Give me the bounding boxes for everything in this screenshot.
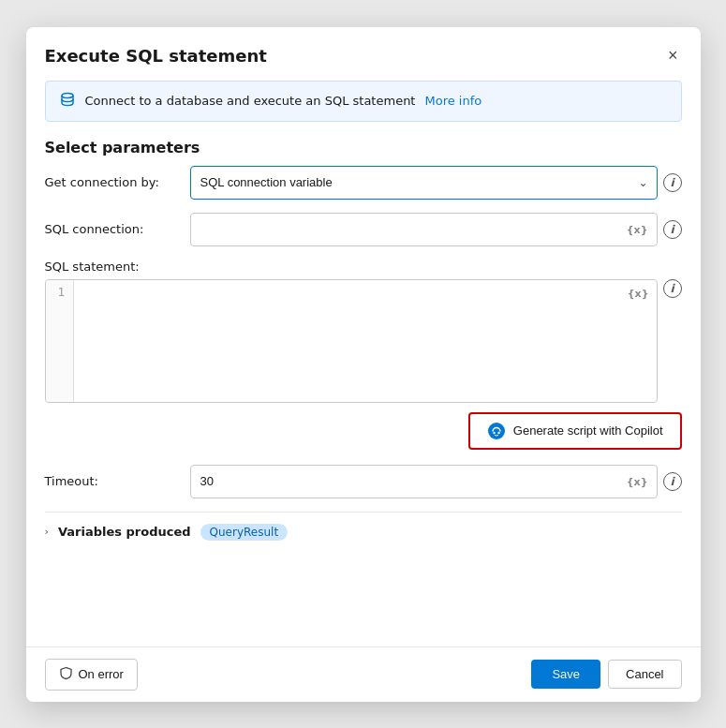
sql-editor-row: 1 {x} i [45, 279, 682, 403]
copilot-icon [487, 422, 506, 440]
line-numbers: 1 [46, 280, 74, 402]
svg-point-2 [493, 431, 495, 433]
database-icon [59, 91, 76, 111]
sql-statement-info-icon[interactable]: i [663, 279, 682, 298]
close-button[interactable]: × [664, 42, 682, 69]
connection-by-control: SQL connection variable Connection strin… [190, 166, 682, 200]
banner-text: Connect to a database and execute an SQL… [85, 94, 416, 108]
sql-connection-input[interactable] [190, 213, 658, 246]
connection-by-select[interactable]: SQL connection variable Connection strin… [190, 166, 658, 200]
svg-point-1 [488, 423, 505, 439]
info-banner: Connect to a database and execute an SQL… [45, 81, 682, 122]
timeout-row: Timeout: {x} i [45, 465, 682, 498]
dialog-footer: On error Save Cancel [26, 646, 701, 702]
dialog-header: Execute SQL statement × [26, 27, 701, 81]
sql-connection-row: SQL connection: {x} i [45, 213, 682, 246]
timeout-label: Timeout: [45, 474, 181, 488]
connection-by-row: Get connection by: SQL connection variab… [45, 166, 682, 200]
svg-point-3 [497, 431, 499, 433]
save-button[interactable]: Save [531, 660, 600, 689]
variables-chevron-icon[interactable]: › [45, 526, 49, 538]
timeout-info-icon[interactable]: i [663, 472, 682, 491]
on-error-label: On error [79, 667, 124, 681]
execute-sql-dialog: Execute SQL statement × Connect to a dat… [26, 27, 701, 702]
sql-textarea[interactable] [74, 280, 657, 402]
var-icon-sql: {x} [628, 288, 649, 300]
query-result-badge: QueryResult [200, 524, 289, 541]
timeout-control: {x} i [190, 465, 682, 498]
variables-row: › Variables produced QueryResult [45, 512, 682, 552]
svg-point-0 [62, 93, 73, 97]
copilot-btn-row: Generate script with Copilot [45, 412, 682, 450]
timeout-input[interactable] [190, 465, 658, 498]
on-error-button[interactable]: On error [45, 659, 138, 691]
section-title: Select parameters [26, 122, 701, 166]
connection-by-label: Get connection by: [45, 175, 181, 189]
more-info-link[interactable]: More info [424, 94, 482, 108]
generate-script-button[interactable]: Generate script with Copilot [468, 412, 682, 450]
sql-editor-wrap: 1 {x} [45, 279, 658, 403]
connection-by-select-wrapper: SQL connection variable Connection strin… [190, 166, 658, 200]
sql-connection-label: SQL connection: [45, 222, 181, 236]
variables-label: Variables produced [58, 525, 191, 539]
sql-connection-control: {x} i [190, 213, 682, 246]
footer-left: On error [45, 659, 138, 691]
timeout-input-wrap: {x} [190, 465, 658, 498]
cancel-button[interactable]: Cancel [608, 660, 681, 689]
shield-icon [59, 666, 73, 683]
sql-connection-input-wrap: {x} [190, 213, 658, 246]
form-body: Get connection by: SQL connection variab… [26, 166, 701, 646]
sql-connection-info-icon[interactable]: i [663, 220, 682, 239]
dialog-title: Execute SQL statement [45, 46, 267, 66]
footer-right: Save Cancel [531, 660, 681, 689]
connection-by-info-icon[interactable]: i [663, 173, 682, 192]
sql-statement-label-row: SQL statement: [45, 260, 682, 274]
sql-statement-label: SQL statement: [45, 260, 682, 274]
copilot-btn-label: Generate script with Copilot [513, 423, 663, 438]
